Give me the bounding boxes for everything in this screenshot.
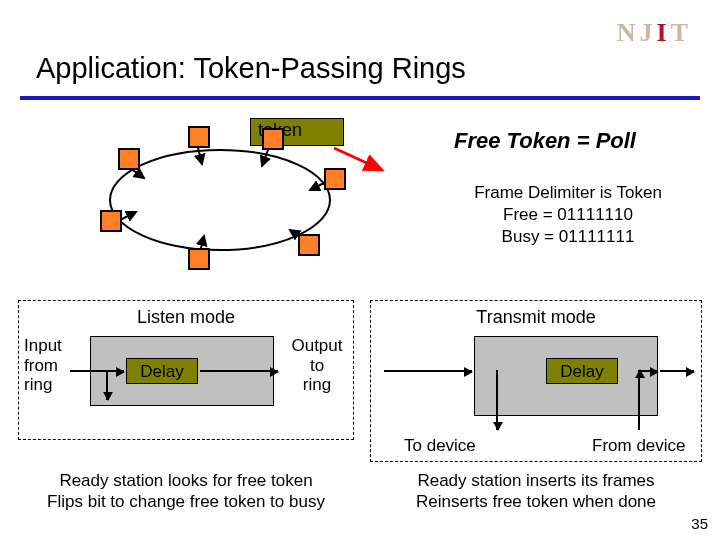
listen-mode-title: Listen mode	[19, 307, 353, 328]
transmit-mode-title: Transmit mode	[371, 307, 701, 328]
station-node	[298, 234, 320, 256]
frame-delimiter-text: Frame Delimiter is Token Free = 01111110…	[448, 182, 688, 248]
title-rule	[20, 96, 700, 100]
fd-line3: Busy = 01111111	[502, 227, 635, 246]
arrow	[638, 370, 640, 430]
station-node	[262, 128, 284, 150]
arrow	[70, 370, 124, 372]
output-to-ring-label: Output to ring	[282, 336, 352, 395]
fd-line2: Free = 01111110	[503, 205, 633, 224]
fd-line1: Frame Delimiter is Token	[474, 183, 662, 202]
ring-ellipse	[80, 120, 360, 280]
station-node	[118, 148, 140, 170]
listen-delay-box: Delay	[126, 358, 198, 384]
page-title: Application: Token-Passing Rings	[36, 52, 466, 85]
page-number: 35	[691, 515, 708, 532]
arrow	[384, 370, 472, 372]
station-node	[188, 248, 210, 270]
arrow	[660, 370, 694, 372]
arrow	[496, 370, 498, 430]
transmit-delay-box: Delay	[546, 358, 618, 384]
logo: NJIT	[617, 18, 692, 48]
transmit-caption: Ready station inserts its frames Reinser…	[370, 470, 702, 513]
station-node	[324, 168, 346, 190]
arrow	[638, 370, 658, 372]
from-device-label: From device	[592, 436, 686, 456]
station-node	[100, 210, 122, 232]
to-device-label: To device	[404, 436, 476, 456]
arrow	[106, 370, 108, 400]
free-token-heading: Free Token = Poll	[454, 128, 636, 154]
station-node	[188, 126, 210, 148]
listen-caption: Ready station looks for free token Flips…	[18, 470, 354, 513]
arrow	[200, 370, 278, 372]
input-from-ring-label: Input from ring	[24, 336, 84, 395]
ring-diagram	[80, 120, 360, 280]
svg-line-4	[262, 150, 268, 166]
svg-line-8	[120, 212, 136, 220]
